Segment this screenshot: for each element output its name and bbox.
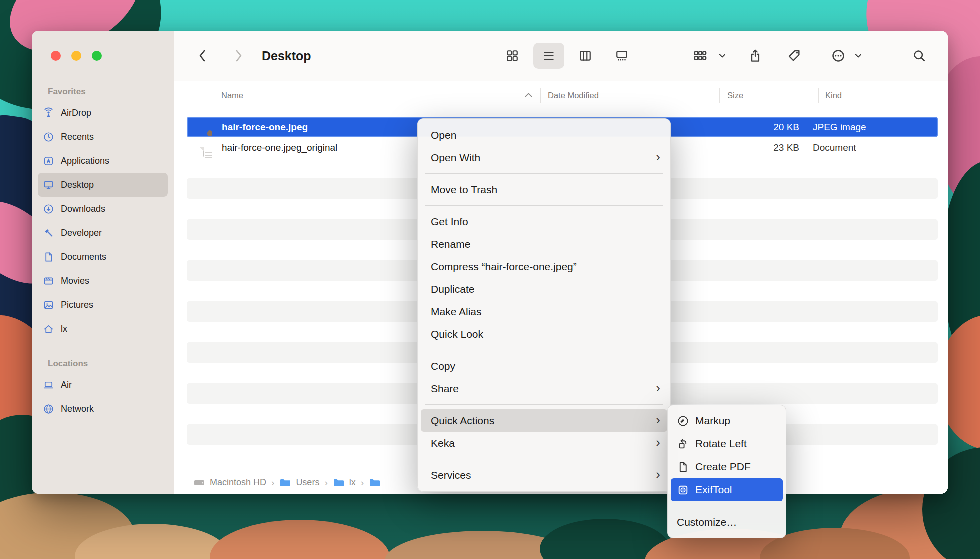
folder-icon — [280, 478, 292, 488]
menu-item-make-alias[interactable]: Make Alias — [421, 300, 668, 323]
column-header-kind[interactable]: Kind — [826, 91, 842, 100]
menu-item-rename[interactable]: Rename — [421, 233, 668, 256]
sidebar-item-movies[interactable]: Movies — [38, 269, 168, 293]
traffic-lights — [51, 51, 102, 61]
sidebar-item-developer[interactable]: Developer — [38, 221, 168, 245]
menu-item-open[interactable]: Open — [421, 124, 668, 146]
sidebar-item-recents[interactable]: Recents — [38, 125, 168, 149]
movies-icon — [43, 276, 54, 287]
more-options-chevron-icon[interactable] — [854, 53, 862, 59]
context-menu: Open Open With› Move to Trash Get Info R… — [418, 118, 671, 492]
menu-item-open-with[interactable]: Open With› — [421, 146, 668, 169]
path-separator-icon: › — [272, 478, 274, 488]
sidebar-item-airdrop[interactable]: AirDrop — [38, 101, 168, 125]
submenu-item-customize[interactable]: Customize… — [671, 511, 783, 534]
column-divider[interactable] — [720, 88, 720, 103]
folder-icon — [369, 478, 381, 488]
menu-item-compress[interactable]: Compress “hair-force-one.jpeg” — [421, 256, 668, 278]
submenu-chevron-icon: › — [656, 432, 660, 454]
group-by-icon[interactable] — [694, 49, 708, 63]
menu-item-duplicate[interactable]: Duplicate — [421, 278, 668, 300]
column-divider[interactable] — [818, 88, 819, 103]
icon-view-button[interactable] — [497, 43, 528, 69]
view-switcher — [497, 43, 638, 69]
menu-item-copy[interactable]: Copy — [421, 355, 668, 378]
menu-item-services[interactable]: Services› — [421, 464, 668, 486]
path-separator-icon: › — [324, 478, 328, 488]
minimize-button[interactable] — [72, 51, 82, 61]
column-divider[interactable] — [540, 88, 541, 103]
path-segment-macintosh-hd[interactable]: Macintosh HD — [194, 478, 266, 488]
quick-actions-submenu: Markup Rotate Left Create PDF ExifTool C… — [668, 405, 786, 538]
sidebar-section-favorites: Favorites — [48, 87, 174, 97]
sidebar-item-air[interactable]: Air — [38, 373, 168, 397]
menu-item-share[interactable]: Share› — [421, 378, 668, 400]
gallery-view-button[interactable] — [606, 43, 638, 69]
group-by-chevron-icon[interactable] — [718, 53, 726, 59]
column-header-size[interactable]: Size — [728, 91, 744, 100]
sort-ascending-icon — [524, 91, 533, 100]
submenu-item-markup[interactable]: Markup — [671, 410, 783, 432]
menu-item-quick-actions[interactable]: Quick Actions› — [421, 410, 668, 432]
menu-separator — [425, 350, 664, 350]
submenu-item-exiftool[interactable]: ExifTool — [671, 478, 783, 502]
list-view-button[interactable] — [534, 43, 564, 69]
close-button[interactable] — [51, 51, 61, 61]
more-options-icon[interactable] — [832, 49, 846, 63]
submenu-item-rotate-left[interactable]: Rotate Left — [671, 432, 783, 456]
airdrop-icon — [43, 108, 54, 119]
markup-icon — [677, 415, 690, 428]
path-segment-lx[interactable]: lx — [333, 478, 356, 488]
network-icon — [43, 404, 54, 415]
path-segment-partial[interactable] — [369, 478, 381, 488]
sidebar-section-locations: Locations — [48, 359, 174, 369]
downloads-icon — [43, 204, 54, 215]
sidebar-item-downloads[interactable]: Downloads — [38, 197, 168, 221]
path-separator-icon: › — [361, 478, 364, 488]
wallpaper-stone — [210, 520, 390, 559]
zoom-button[interactable] — [92, 51, 102, 61]
path-segment-users[interactable]: Users — [280, 478, 320, 488]
folder-icon — [333, 478, 345, 488]
sidebar-item-network[interactable]: Network — [38, 397, 168, 421]
menu-item-get-info[interactable]: Get Info — [421, 210, 668, 233]
share-icon[interactable] — [749, 48, 762, 64]
submenu-chevron-icon: › — [656, 464, 660, 486]
recents-icon — [43, 132, 54, 143]
menu-separator — [425, 206, 664, 206]
window-title: Desktop — [262, 49, 312, 64]
laptop-icon — [43, 380, 54, 391]
column-header-date-modified[interactable]: Date Modified — [548, 91, 599, 100]
menu-item-keka[interactable]: Keka› — [421, 432, 668, 454]
menu-item-move-to-trash[interactable]: Move to Trash — [421, 178, 668, 201]
sidebar-item-applications[interactable]: Applications — [38, 149, 168, 173]
rotate-left-icon — [677, 438, 690, 450]
developer-icon — [43, 228, 54, 239]
exiftool-icon — [677, 484, 690, 496]
menu-separator — [675, 506, 779, 506]
pictures-icon — [43, 300, 54, 311]
sidebar-item-home[interactable]: lx — [38, 317, 168, 341]
submenu-chevron-icon: › — [656, 146, 660, 168]
tag-icon[interactable] — [788, 49, 802, 63]
menu-item-quick-look[interactable]: Quick Look — [421, 323, 668, 346]
internal-drive-icon — [194, 478, 206, 488]
desktop-icon — [43, 180, 54, 191]
submenu-item-create-pdf[interactable]: Create PDF — [671, 456, 783, 478]
list-header: Name Date Modified Size Kind — [174, 81, 948, 110]
sidebar-item-documents[interactable]: Documents — [38, 245, 168, 269]
column-header-name[interactable]: Name — [222, 91, 244, 100]
desktop: { "icons": { "chevron_right": "›", "path… — [0, 0, 980, 559]
back-button[interactable] — [198, 48, 208, 64]
column-view-button[interactable] — [570, 43, 601, 69]
submenu-chevron-icon: › — [656, 377, 660, 400]
menu-separator — [425, 404, 664, 405]
forward-button[interactable] — [234, 48, 244, 64]
menu-separator — [425, 174, 664, 174]
sidebar-item-pictures[interactable]: Pictures — [38, 293, 168, 317]
search-icon[interactable] — [912, 49, 926, 63]
submenu-chevron-icon: › — [656, 409, 660, 432]
sidebar-item-desktop[interactable]: Desktop — [38, 173, 168, 197]
documents-icon — [43, 252, 54, 263]
toolbar: Desktop — [174, 31, 948, 82]
